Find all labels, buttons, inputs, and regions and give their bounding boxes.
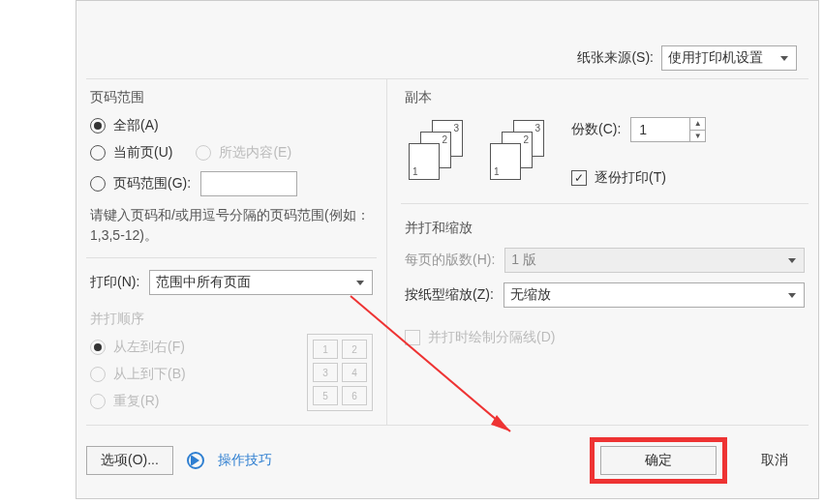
options-button[interactable]: 选项(O)... [86, 446, 173, 475]
radio-current-label: 当前页(U) [113, 144, 172, 162]
page-range-input[interactable] [200, 171, 297, 196]
radio-ltr-label: 从左到右(F) [113, 339, 185, 356]
radio-dot-icon [90, 145, 106, 161]
nup-order-preview-icon: 12 34 56 [307, 334, 373, 411]
print-what-label: 打印(N): [90, 274, 139, 291]
scale-select[interactable]: 无缩放 [504, 282, 805, 308]
radio-ttb-label: 从上到下(B) [113, 366, 186, 383]
draw-borders-label: 并打时绘制分隔线(D) [428, 329, 555, 346]
radio-dot-icon [196, 145, 211, 161]
ok-highlight: 确定 [590, 437, 727, 484]
copies-label: 份数(C): [571, 121, 621, 138]
radio-selection-label: 所选内容(E) [219, 144, 291, 162]
radio-all[interactable]: 全部(A) [90, 117, 159, 134]
checkbox-icon [571, 170, 587, 186]
print-what-select[interactable]: 范围中所有页面 [149, 270, 373, 295]
radio-dot-icon [90, 118, 106, 133]
copies-title: 副本 [405, 87, 805, 112]
radio-ttb: 从上到下(B) [90, 366, 186, 383]
radio-dot-icon [90, 367, 106, 382]
cancel-button[interactable]: 取消 [741, 446, 809, 475]
ok-button[interactable]: 确定 [600, 446, 717, 475]
radio-range[interactable]: 页码范围(G): [90, 175, 191, 193]
checkbox-icon [405, 330, 420, 345]
radio-all-label: 全部(A) [113, 117, 159, 134]
ok-button-label: 确定 [645, 452, 672, 469]
options-button-label: 选项(O)... [101, 452, 159, 469]
play-icon [191, 455, 199, 466]
pages-per-sheet-select: 1 版 [504, 248, 805, 273]
radio-dot-icon [90, 394, 106, 409]
radio-repeat: 重复(R) [90, 393, 159, 410]
paper-source-select[interactable]: 使用打印机设置 [661, 45, 797, 71]
pages-per-sheet-label: 每页的版数(H): [405, 252, 495, 269]
zoom-title: 并打和缩放 [405, 218, 805, 243]
radio-repeat-label: 重复(R) [113, 393, 159, 410]
radio-dot-icon [90, 176, 106, 192]
radio-range-label: 页码范围(G): [113, 175, 191, 193]
pages-per-sheet-value: 1 版 [511, 252, 536, 269]
chevron-up-icon[interactable]: ▲ [690, 118, 705, 130]
radio-ltr: 从左到右(F) [90, 339, 185, 356]
collate-preview-icon: 3 2 1 3 2 1 [405, 112, 548, 188]
radio-selection: 所选内容(E) [196, 144, 291, 162]
paper-source-label: 纸张来源(S): [577, 49, 654, 67]
nup-order-title: 并打顺序 [90, 309, 373, 334]
play-circle-icon [187, 452, 204, 469]
radio-current[interactable]: 当前页(U) [90, 144, 172, 162]
radio-dot-icon [90, 340, 106, 355]
print-what-value: 范围中所有页面 [156, 274, 251, 291]
copies-input[interactable]: 1 ▲ ▼ [630, 117, 706, 142]
draw-borders-checkbox: 并打时绘制分隔线(D) [405, 329, 555, 346]
collate-label: 逐份打印(T) [595, 169, 666, 187]
scale-value: 无缩放 [510, 286, 551, 304]
paper-source-value: 使用打印机设置 [668, 49, 763, 67]
tips-link[interactable]: 操作技巧 [218, 452, 272, 469]
chevron-down-icon[interactable]: ▼ [690, 130, 705, 142]
page-range-hint: 请键入页码和/或用逗号分隔的页码范围(例如：1,3,5-12)。 [90, 201, 373, 246]
collate-checkbox[interactable]: 逐份打印(T) [571, 169, 666, 187]
page-range-title: 页码范围 [90, 87, 373, 112]
copies-value: 1 [631, 118, 689, 141]
cancel-button-label: 取消 [761, 452, 788, 469]
scale-label: 按纸型缩放(Z): [405, 286, 494, 304]
